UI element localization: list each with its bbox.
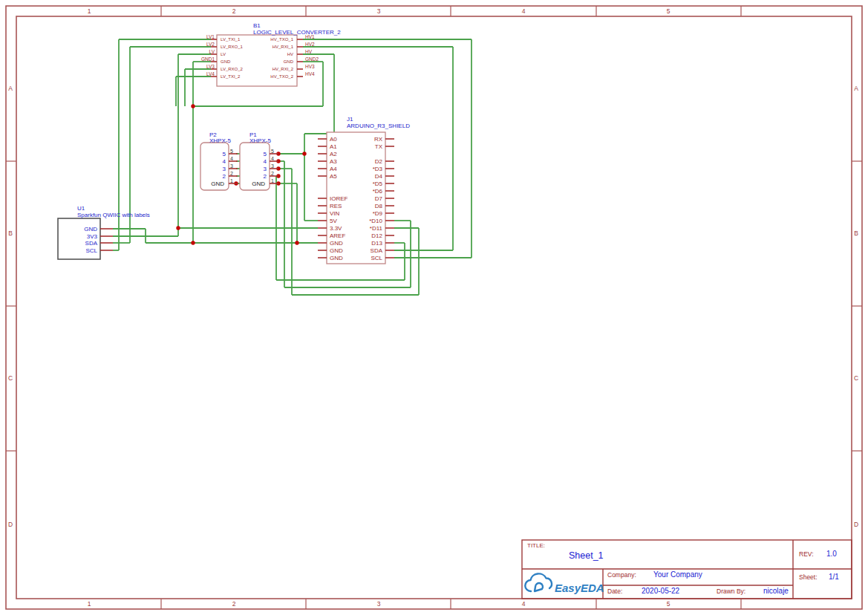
- u1-refdes: U1: [77, 205, 85, 212]
- junction-dot: [295, 241, 298, 244]
- frame-row-label: C: [854, 374, 858, 382]
- pin-name: HV_TXO_1: [270, 37, 293, 42]
- pin-name: D4: [375, 173, 383, 180]
- pin-name: HV: [287, 52, 293, 56]
- pin-name: LV_TXI_1: [221, 37, 241, 42]
- net-label: 4: [264, 158, 267, 165]
- pin-name: D12: [371, 232, 382, 239]
- pin-number: 2: [271, 171, 274, 176]
- pin-name: D2: [375, 158, 383, 165]
- net-label: 4: [223, 158, 226, 165]
- drawn-by-label: Drawn By:: [717, 588, 745, 595]
- net-label: HV4: [305, 71, 315, 77]
- net-label: HV: [305, 49, 313, 54]
- frame-col-label: 2: [232, 7, 236, 15]
- net-label: HV1: [305, 34, 315, 39]
- pin-name: LV: [221, 52, 226, 56]
- pin-name: GND: [330, 240, 343, 247]
- pin-number: 4: [271, 156, 274, 161]
- junction-dot: [191, 104, 195, 108]
- net-label: 3: [264, 166, 267, 172]
- frame-row-label: B: [8, 230, 13, 237]
- schematic-canvas[interactable]: 1122334455AABBCCDD B1 LOGIC_LEVEL_CONVER…: [0, 0, 868, 615]
- frame-col-label: 5: [667, 7, 670, 15]
- pin-number: 1: [271, 178, 274, 183]
- net-label: LV1: [206, 34, 215, 39]
- pin-name: *D10: [369, 218, 382, 224]
- pin-name: TX: [375, 143, 383, 150]
- frame-row-label: A: [854, 85, 858, 92]
- rev-value[interactable]: 1.0: [826, 550, 837, 558]
- pin-name: AREF: [330, 232, 345, 239]
- frame-col-label: 4: [522, 7, 526, 15]
- pin-name: LV_RXO_2: [221, 67, 244, 71]
- net-label: 3: [223, 166, 226, 172]
- pin-name: HV_RXI_2: [273, 67, 294, 71]
- pin-name: GND: [84, 226, 97, 232]
- pin-number: 3: [271, 163, 274, 169]
- net-label: LV4: [206, 71, 215, 77]
- frame-row-label: C: [8, 374, 13, 382]
- component-u1-qwiic[interactable]: U1 Sparkfun QWIIC with labels: [58, 205, 150, 259]
- date-value[interactable]: 2020-05-22: [642, 587, 680, 595]
- j1-refdes: J1: [347, 116, 353, 123]
- junction-dot: [176, 226, 180, 230]
- pin-name: D8: [375, 203, 383, 209]
- frame-col-label: 3: [377, 600, 381, 608]
- date-label: Date:: [607, 588, 622, 595]
- net-label: LV: [209, 49, 215, 54]
- pin-name: 3V3: [87, 233, 98, 240]
- sheet-label: Sheet:: [799, 573, 818, 581]
- company-value[interactable]: Your Company: [653, 570, 702, 579]
- pin-name: 3.3V: [330, 225, 342, 232]
- b1-refdes: B1: [253, 22, 261, 29]
- easyeda-logo-icon: [525, 573, 552, 591]
- pin-name: GND: [221, 59, 231, 64]
- pin-name: SDA: [85, 240, 98, 247]
- frame-col-label: 1: [88, 600, 91, 608]
- pin-name: A0: [330, 136, 337, 143]
- frame-col-label: 3: [377, 7, 381, 15]
- pin-number: 4: [230, 156, 233, 161]
- u1-name: Sparkfun QWIIC with labels: [77, 212, 150, 218]
- easyeda-logo-text: EasyEDA: [555, 582, 604, 594]
- pin-name: LV_RXO_1: [221, 45, 244, 49]
- net-label-gnd: GND: [252, 180, 265, 187]
- pin-number: 5: [230, 149, 233, 154]
- b1-name: LOGIC_LEVEL_CONVERTER_2: [253, 29, 341, 36]
- net-label: LV2: [206, 42, 215, 47]
- pin-name: SCL: [85, 247, 97, 254]
- pin-name: *D6: [373, 188, 383, 195]
- pin-name: VIN: [330, 210, 340, 217]
- pin-number: 5: [271, 149, 274, 154]
- j1-name: ARDUINO_R3_SHIELD: [347, 123, 410, 129]
- drawn-by-value[interactable]: nicolaje: [763, 587, 789, 595]
- net-label: 5: [223, 151, 226, 157]
- frame-row-label: D: [854, 521, 858, 528]
- pin-name: *D11: [370, 225, 383, 232]
- pin-name: *D5: [373, 180, 383, 187]
- frame-row-label: B: [854, 230, 858, 237]
- pin-name: SDA: [371, 247, 383, 254]
- pin-name: SCL: [371, 255, 382, 261]
- pin-name: RES: [330, 203, 342, 209]
- pin-name: A4: [330, 166, 337, 172]
- pin-name: IOREF: [330, 195, 348, 202]
- junction-dot: [191, 241, 195, 244]
- sheet-frame: 1122334455AABBCCDD: [6, 6, 862, 609]
- pin-name: HV_TXO_2: [270, 74, 293, 79]
- frame-col-label: 4: [522, 600, 526, 608]
- pin-number: 2: [230, 171, 233, 176]
- pin-name: A3: [330, 158, 337, 165]
- net-label: 2: [264, 173, 267, 180]
- schematic-sheet[interactable]: 1122334455AABBCCDD B1 LOGIC_LEVEL_CONVER…: [0, 0, 868, 615]
- net-label: 5: [264, 151, 267, 157]
- pin-name: LV_TXI_2: [221, 74, 241, 79]
- pin-name: *D3: [373, 166, 383, 172]
- sheet-title[interactable]: Sheet_1: [569, 550, 604, 561]
- title-block: TITLE: Sheet_1 REV: 1.0 Company: Your Co…: [522, 540, 852, 599]
- pin-number: 3: [230, 163, 233, 169]
- pin-name: *D9: [373, 210, 383, 217]
- pin-name: A1: [330, 143, 337, 150]
- sheet-value[interactable]: 1/1: [829, 573, 839, 581]
